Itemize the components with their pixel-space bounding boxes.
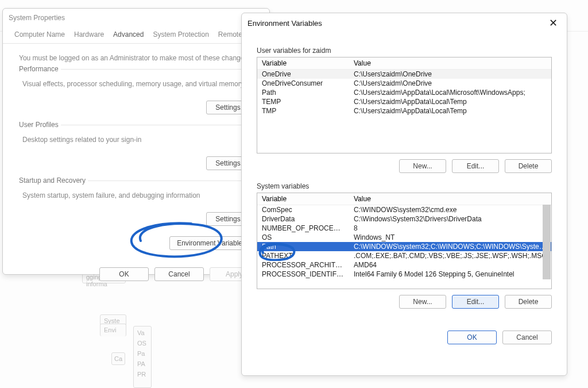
bg-rows-scrap: Va OS Pa PA PR [133,326,152,388]
cell-variable: TEMP [257,97,349,106]
cell-value: C:\Users\zaidm\OneDrive [349,70,551,79]
cell-variable: Path [257,88,349,97]
cell-value: C:\WINDOWS\system32;C:\WINDOWS;C:\WINDOW… [349,242,551,251]
window-title: Environment Variables [247,19,322,28]
advanced-tab-content: You must be logged on as an Administrato… [3,44,269,262]
bg-button-scrap: Envi [100,324,126,336]
table-row[interactable]: OneDriveC:\Users\zaidm\OneDrive [257,70,551,79]
tab-system-protection[interactable]: System Protection [149,27,212,43]
group-label: User Profiles [19,121,61,129]
cell-value: AMD64 [349,260,551,270]
user-variables-list[interactable]: Variable Value OneDriveC:\Users\zaidm\On… [257,57,552,153]
table-row[interactable]: NUMBER_OF_PROCESSORS8 [257,224,551,233]
table-row[interactable]: OSWindows_NT [257,233,551,242]
ok-button[interactable]: OK [99,267,149,281]
cell-variable: OS [257,233,349,242]
cell-variable: ComSpec [257,205,349,215]
system-vars-caption: System variables [257,182,552,190]
user-delete-button[interactable]: Delete [505,159,552,173]
bg-row: PR [137,369,148,379]
cell-value: C:\WINDOWS\system32\cmd.exe [349,205,551,215]
tabstrip: Computer Name Hardware Advanced System P… [3,27,269,44]
system-vars-buttons: New... Edit... Delete [257,295,552,309]
cell-value: 8 [349,224,551,233]
group-label: Performance [19,65,61,73]
cell-value: C:\Users\zaidm\OneDrive [349,79,551,88]
table-row[interactable]: PROCESSOR_ARCHITECTU...AMD64 [257,260,551,270]
user-new-button[interactable]: New... [399,159,446,173]
tab-hardware[interactable]: Hardware [71,27,107,43]
group-performance: Performance Visual effects, processor sc… [19,69,259,119]
cell-value: Intel64 Family 6 Model 126 Stepping 5, G… [349,270,551,279]
user-vars-buttons: New... Edit... Delete [257,159,552,173]
environment-variables-dialog: Environment Variables ✕ User variables f… [241,13,567,376]
table-row[interactable]: PROCESSOR_IDENTIFIERIntel64 Family 6 Mod… [257,270,551,279]
system-delete-button[interactable]: Delete [505,295,552,309]
system-new-button[interactable]: New... [399,295,446,309]
system-variables-list[interactable]: Variable Value ComSpecC:\WINDOWS\system3… [257,193,552,289]
cell-value: C:\Users\zaidm\AppData\Local\Temp [349,106,551,116]
group-startup-recovery: Startup and Recovery System startup, sys… [19,180,259,231]
table-row[interactable]: TMPC:\Users\zaidm\AppData\Local\Temp [257,106,551,116]
bg-row: PA [137,359,148,369]
cancel-button[interactable]: Cancel [154,267,204,281]
table-row[interactable]: ComSpecC:\WINDOWS\system32\cmd.exe [257,205,551,215]
cell-variable: PATHEXT [257,251,349,260]
col-value[interactable]: Value [349,193,551,205]
group-description: Visual effects, processor scheduling, me… [22,80,256,88]
scrollbar[interactable] [543,205,551,279]
cell-value: C:\Users\zaidm\AppData\Local\Microsoft\W… [349,88,551,97]
cell-variable: OneDrive [257,70,349,79]
table-row[interactable]: DriverDataC:\Windows\System32\Drivers\Dr… [257,214,551,224]
cell-variable: PROCESSOR_ARCHITECTU... [257,260,349,270]
group-user-profiles: User Profiles Desktop settings related t… [19,125,259,175]
table-row[interactable]: OneDriveConsumerC:\Users\zaidm\OneDrive [257,79,551,88]
table-row[interactable]: PathC:\Users\zaidm\AppData\Local\Microso… [257,88,551,97]
admin-note: You must be logged on as an Administrato… [19,54,259,62]
group-label: Startup and Recovery [19,176,88,185]
cell-value: C:\Users\zaidm\AppData\Local\Temp [349,97,551,106]
close-icon[interactable]: ✕ [546,16,561,30]
dialog-buttons: OK Cancel [242,322,567,344]
titlebar[interactable]: Environment Variables ✕ [242,13,567,33]
group-description: Desktop settings related to your sign-in [22,136,256,144]
col-value[interactable]: Value [349,57,551,70]
cell-value: C:\Windows\System32\Drivers\DriverData [349,214,551,224]
table-row[interactable]: PATHEXT.COM;.EXE;.BAT;.CMD;.VBS;.VBE;.JS… [257,251,551,260]
table-row[interactable]: TEMPC:\Users\zaidm\AppData\Local\Temp [257,97,551,106]
cell-variable: NUMBER_OF_PROCESSORS [257,224,349,233]
bg-button-scrap: Ca [111,352,125,365]
dialog-buttons: OK Cancel Apply [3,262,269,281]
user-edit-button[interactable]: Edit... [452,159,499,173]
cell-variable: OneDriveConsumer [257,79,349,88]
bg-row: OS [137,338,148,348]
cancel-button[interactable]: Cancel [502,331,552,344]
cell-variable: PROCESSOR_IDENTIFIER [257,270,349,279]
col-variable[interactable]: Variable [257,193,349,205]
titlebar[interactable]: System Properties ✕ [3,9,269,27]
ok-button[interactable]: OK [447,331,497,344]
user-vars-caption: User variables for zaidm [257,47,552,55]
cell-variable: DriverData [257,214,349,224]
system-properties-dialog: System Properties ✕ Computer Name Hardwa… [2,8,270,275]
window-title: System Properties [9,14,65,22]
cell-value: .COM;.EXE;.BAT;.CMD;.VBS;.VBE;.JS;.JSE;.… [349,251,551,260]
system-edit-button[interactable]: Edit... [452,295,499,309]
tab-advanced[interactable]: Advanced [110,27,147,43]
table-row[interactable]: PathC:\WINDOWS\system32;C:\WINDOWS;C:\WI… [257,242,551,251]
cell-variable: Path [257,242,349,251]
bg-row: Va [137,328,148,338]
col-variable[interactable]: Variable [257,57,349,70]
group-description: System startup, system failure, and debu… [22,191,256,199]
tab-computer-name[interactable]: Computer Name [11,27,68,43]
cell-variable: TMP [257,106,349,116]
cell-value: Windows_NT [349,233,551,242]
bg-row: Pa [137,348,148,359]
